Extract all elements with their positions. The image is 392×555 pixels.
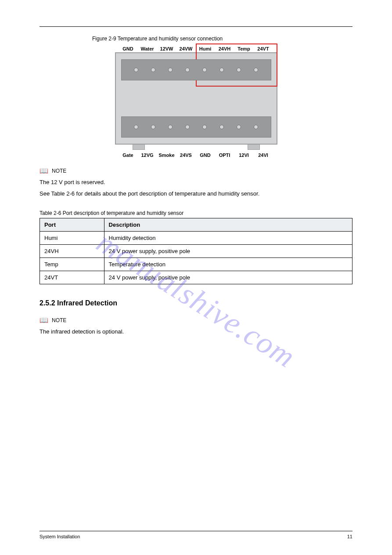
pin-label: Smoke — [157, 152, 176, 158]
pin-label: GND — [119, 46, 138, 51]
port-description-table: Port Description Humi Humidity detection… — [40, 218, 352, 284]
pin-label: Humi — [196, 46, 215, 51]
note-text: The 12 V port is reserved. — [40, 178, 352, 187]
table-header-cell: Description — [104, 218, 352, 232]
pin-circle — [185, 68, 190, 72]
table-cell: 24 V power supply, positive pole — [104, 271, 352, 284]
terminal-block-bottom — [121, 116, 271, 138]
pin-circle — [237, 68, 241, 72]
footer-left: System Installation — [40, 534, 80, 539]
connector-feet — [115, 145, 277, 150]
paragraph-reference: See Table 2-6 for details about the port… — [40, 189, 352, 199]
page-footer: System Installation 11 — [40, 531, 352, 539]
terminal-block-top — [121, 59, 271, 80]
pin-label: 24VW — [176, 46, 196, 51]
pin-row — [122, 68, 271, 72]
pin-labels-top: GND Water 12VW 24VW Humi 24VH Temp 24VT — [115, 46, 277, 51]
pin-circle — [219, 125, 224, 129]
connector-body — [115, 52, 277, 145]
pin-row — [122, 125, 271, 129]
connector-diagram: GND Water 12VW 24VW Humi 24VH Temp 24VT — [115, 46, 277, 158]
pin-circle — [254, 125, 258, 129]
note-block: 📖 NOTE — [40, 316, 352, 324]
book-icon: 📖 — [40, 316, 48, 324]
table-row: 24VH 24 V power supply, positive pole — [40, 245, 352, 258]
note-label: NOTE — [52, 168, 66, 174]
pin-label: 24VS — [176, 152, 196, 158]
section-heading: 2.5.2 Infrared Detection — [40, 299, 352, 307]
table-cell: 24 V power supply, positive pole — [104, 245, 352, 258]
pin-label: 24VH — [215, 46, 234, 51]
table-cell: 24VT — [40, 271, 104, 284]
table-row: 24VT 24 V power supply, positive pole — [40, 271, 352, 284]
table-cell: Temp — [40, 258, 104, 271]
pin-circle — [202, 125, 207, 129]
pin-label: GND — [196, 152, 215, 158]
note-text: The infrared detection is optional. — [40, 327, 352, 337]
top-horizontal-rule — [40, 26, 352, 27]
note-label: NOTE — [52, 317, 66, 323]
table-cell: 24VH — [40, 245, 104, 258]
foot-right — [248, 145, 260, 150]
pin-circle — [168, 125, 173, 129]
note-block: 📖 NOTE — [40, 167, 352, 175]
figure-caption: Figure 2-9 Temperature and humidity sens… — [40, 36, 352, 42]
foot-left — [133, 145, 145, 150]
table-row: Humi Humidity detection — [40, 232, 352, 245]
pin-label: 24VI — [254, 152, 273, 158]
footer-page-number: 11 — [347, 534, 352, 539]
table-cell: Humidity detection — [104, 232, 352, 245]
table-cell: Temperature detection — [104, 258, 352, 271]
pin-circle — [151, 125, 155, 129]
pin-circle — [134, 125, 138, 129]
pin-circle — [168, 68, 173, 72]
book-icon: 📖 — [40, 167, 48, 175]
pin-label: OPTI — [215, 152, 234, 158]
table-header-row: Port Description — [40, 218, 352, 232]
table-cell: Humi — [40, 232, 104, 245]
pin-circle — [134, 68, 138, 72]
pin-circle — [254, 68, 258, 72]
page-content: Figure 2-9 Temperature and humidity sens… — [0, 0, 392, 356]
pin-circle — [185, 125, 190, 129]
pin-label: 12VW — [157, 46, 176, 51]
pin-circle — [202, 68, 207, 72]
pin-circle — [237, 125, 241, 129]
pin-circle — [151, 68, 155, 72]
table-header-cell: Port — [40, 218, 104, 232]
table-caption: Table 2-6 Port description of temperatur… — [40, 210, 352, 216]
pin-label: Water — [138, 46, 157, 51]
pin-label: 24VT — [254, 46, 273, 51]
pin-label: 12VG — [138, 152, 157, 158]
pin-labels-bottom: Gate 12VG Smoke 24VS GND OPTI 12VI 24VI — [115, 152, 277, 158]
pin-label: Gate — [119, 152, 138, 158]
pin-label: Temp — [234, 46, 254, 51]
pin-circle — [219, 68, 224, 72]
pin-label: 12VI — [234, 152, 254, 158]
table-row: Temp Temperature detection — [40, 258, 352, 271]
